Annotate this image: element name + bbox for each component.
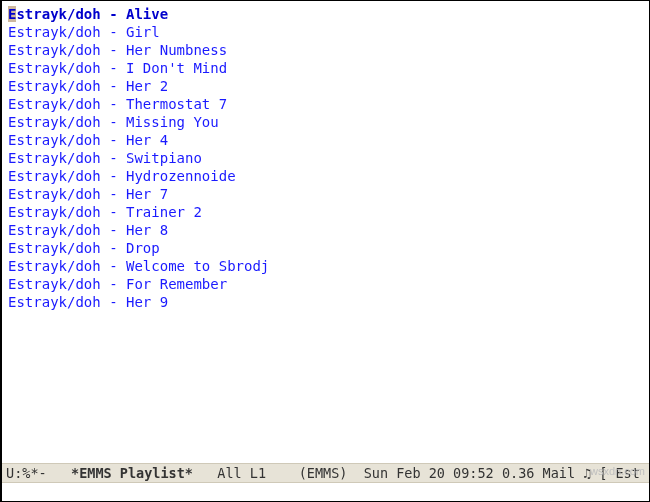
playlist-track[interactable]: Estrayk/doh - Her 4	[8, 131, 643, 149]
playlist-track[interactable]: Estrayk/doh - Trainer 2	[8, 203, 643, 221]
modeline-position: All L1	[217, 465, 266, 481]
modeline-mode: (EMMS)	[299, 465, 348, 481]
playlist-track[interactable]: Estrayk/doh - Hydrozennoide	[8, 167, 643, 185]
playlist-buffer[interactable]: Estrayk/doh - AliveEstrayk/doh - GirlEst…	[2, 1, 649, 463]
playlist-track[interactable]: Estrayk/doh - Her 2	[8, 77, 643, 95]
modeline-load: 0.36	[502, 465, 535, 481]
playlist-track[interactable]: Estrayk/doh - Alive	[8, 5, 643, 23]
modeline-time: Sun Feb 20 09:52	[364, 465, 494, 481]
playlist-track[interactable]: Estrayk/doh - Her 7	[8, 185, 643, 203]
minibuffer[interactable]	[2, 483, 649, 501]
music-icon: ♫	[583, 466, 591, 481]
modeline-now-playing-tail: Est	[615, 465, 639, 481]
playlist-track[interactable]: Estrayk/doh - Welcome to Sbrodj	[8, 257, 643, 275]
modeline-status: U:%*-	[6, 465, 47, 481]
playlist-track[interactable]: Estrayk/doh - Her Numbness	[8, 41, 643, 59]
playlist-track[interactable]: Estrayk/doh - For Remember	[8, 275, 643, 293]
mode-line: U:%*- *EMMS Playlist* All L1 (EMMS) Sun …	[2, 463, 649, 483]
modeline-buffer-name: *EMMS Playlist*	[71, 465, 193, 481]
playlist-track[interactable]: Estrayk/doh - I Don't Mind	[8, 59, 643, 77]
playlist-track[interactable]: Estrayk/doh - Drop	[8, 239, 643, 257]
playlist-track[interactable]: Estrayk/doh - Her 9	[8, 293, 643, 311]
playlist-track[interactable]: Estrayk/doh - Girl	[8, 23, 643, 41]
modeline-mail: Mail	[543, 465, 576, 481]
track-title: strayk/doh - Alive	[16, 6, 168, 22]
playlist-track[interactable]: Estrayk/doh - Missing You	[8, 113, 643, 131]
modeline-bracket: [	[599, 465, 607, 481]
playlist-track[interactable]: Estrayk/doh - Her 8	[8, 221, 643, 239]
emacs-frame: Estrayk/doh - AliveEstrayk/doh - GirlEst…	[0, 0, 650, 502]
playlist-track[interactable]: Estrayk/doh - Switpiano	[8, 149, 643, 167]
playlist-track[interactable]: Estrayk/doh - Thermostat 7	[8, 95, 643, 113]
